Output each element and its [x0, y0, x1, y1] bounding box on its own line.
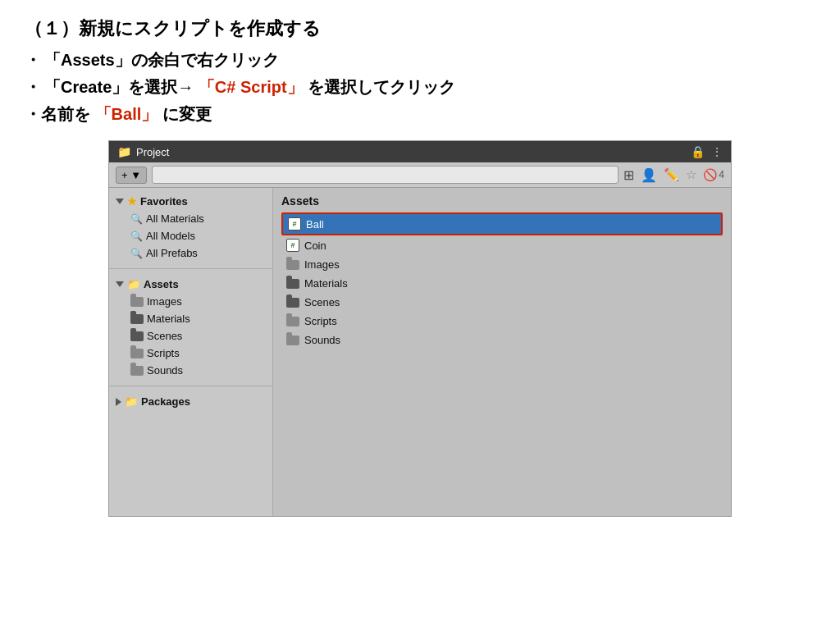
folder-icon-sounds — [286, 336, 299, 345]
folder-icon-scripts — [286, 317, 299, 326]
search-icon-materials: 🔍 — [130, 213, 143, 225]
sidebar-separator — [109, 268, 272, 269]
folder-icon: 📁 — [117, 145, 131, 158]
instructions-block: （１）新規にスクリプトを作成する ・ 「Assets」の余白で右クリック ・ 「… — [25, 16, 815, 126]
sidebar-materials-label: Materials — [147, 313, 190, 325]
edit-icon[interactable]: ✏️ — [664, 167, 679, 182]
file-scenes-label: Scenes — [304, 296, 340, 308]
main-content-area: Assets # Ball # Coin Images Materials — [273, 188, 731, 516]
panel-title: Project — [136, 146, 169, 158]
sidebar-item-all-prefabs[interactable]: 🔍 All Prefabs — [109, 244, 272, 262]
sidebar: ★ Favorites 🔍 All Materials 🔍 All Models… — [109, 188, 273, 516]
assets-folder-icon: 📁 — [127, 278, 140, 290]
eye-badge[interactable]: 🚫 4 — [703, 168, 724, 181]
file-sounds-label: Sounds — [304, 334, 340, 346]
packages-triangle — [116, 398, 121, 406]
search-icon-prefabs: 🔍 — [130, 248, 143, 259]
sidebar-assets-header[interactable]: 📁 Assets — [109, 276, 272, 293]
star-toolbar-icon[interactable]: ☆ — [686, 167, 696, 182]
cs-script-icon-coin: # — [286, 239, 299, 252]
file-item-images[interactable]: Images — [281, 255, 723, 274]
bullet-2: ・ 「Create」を選択→ 「C# Script」 を選択してクリック — [25, 76, 815, 98]
panel-toolbar: + ▼ ⊞ 👤 ✏️ ☆ 🚫 4 — [109, 162, 731, 188]
sidebar-all-models-label: All Models — [146, 230, 195, 242]
folder-closed-icon-images — [130, 297, 144, 307]
folder-dark-icon-materials — [130, 314, 144, 324]
sidebar-item-materials[interactable]: Materials — [109, 310, 272, 327]
file-item-scenes[interactable]: Scenes — [281, 293, 723, 312]
titlebar-left: 📁 Project — [117, 145, 169, 158]
cs-script-icon-ball: # — [288, 217, 301, 231]
panel-content: ★ Favorites 🔍 All Materials 🔍 All Models… — [109, 188, 731, 516]
bullet-1: ・ 「Assets」の余白で右クリック — [25, 49, 815, 71]
folder-closed-icon-scripts — [130, 349, 144, 358]
sidebar-images-label: Images — [147, 295, 182, 308]
file-ball-label: Ball — [306, 218, 324, 231]
main-header: Assets — [281, 194, 723, 208]
assets-label: Assets — [144, 278, 179, 290]
add-button[interactable]: + ▼ — [116, 167, 147, 184]
search-input[interactable] — [152, 166, 619, 184]
bullet-3: ・名前を 「Ball」 に変更 — [25, 103, 815, 126]
sidebar-packages-header[interactable]: 📁 Packages — [109, 393, 272, 410]
sidebar-item-sounds[interactable]: Sounds — [109, 362, 272, 379]
file-materials-label: Materials — [304, 277, 348, 290]
unity-project-panel: 📁 Project 🔒 ⋮ + ▼ ⊞ 👤 ✏️ ☆ 🚫 4 — [108, 140, 732, 517]
folder-icon-materials — [286, 279, 299, 289]
sidebar-item-scripts[interactable]: Scripts — [109, 345, 272, 362]
packages-label: Packages — [141, 395, 190, 408]
favorites-label: Favorites — [140, 195, 188, 208]
file-images-label: Images — [304, 258, 340, 271]
favorites-star-icon: ★ — [127, 195, 137, 208]
sidebar-scenes-label: Scenes — [147, 330, 182, 342]
file-scripts-label: Scripts — [304, 315, 337, 327]
folder-closed-icon-sounds — [130, 366, 144, 376]
packages-folder-icon: 📁 — [125, 395, 138, 408]
instruction-title: （１）新規にスクリプトを作成する — [25, 16, 815, 41]
sidebar-favorites-header[interactable]: ★ Favorites — [109, 193, 272, 210]
eye-count: 4 — [719, 169, 724, 180]
panel-titlebar: 📁 Project 🔒 ⋮ — [109, 141, 731, 162]
folder-dark-icon-scenes — [130, 331, 144, 341]
dots-icon[interactable]: ⋮ — [711, 145, 723, 158]
lock-icon[interactable]: 🔒 — [691, 145, 705, 158]
file-item-scripts[interactable]: Scripts — [281, 312, 723, 331]
sidebar-item-all-materials[interactable]: 🔍 All Materials — [109, 210, 272, 227]
add-button-label: + ▼ — [121, 169, 141, 181]
search-icon-models: 🔍 — [130, 231, 143, 242]
sidebar-item-all-models[interactable]: 🔍 All Models — [109, 227, 272, 244]
sidebar-all-materials-label: All Materials — [146, 212, 204, 225]
grid-icon[interactable]: ⊞ — [623, 167, 634, 183]
file-item-coin[interactable]: # Coin — [281, 235, 723, 255]
eye-icon: 🚫 — [703, 168, 717, 181]
sidebar-item-scenes[interactable]: Scenes — [109, 327, 272, 345]
sidebar-item-images[interactable]: Images — [109, 293, 272, 310]
assets-triangle — [116, 281, 124, 287]
sidebar-all-prefabs-label: All Prefabs — [146, 247, 198, 259]
folder-icon-images — [286, 260, 299, 270]
toolbar-right-icons: ⊞ 👤 ✏️ ☆ 🚫 4 — [623, 167, 724, 183]
user-icon[interactable]: 👤 — [641, 167, 657, 183]
file-item-ball[interactable]: # Ball — [281, 212, 723, 235]
sidebar-separator-2 — [109, 386, 272, 386]
folder-icon-scenes — [286, 298, 299, 308]
file-item-sounds[interactable]: Sounds — [281, 331, 723, 349]
sidebar-scripts-label: Scripts — [147, 347, 180, 359]
file-item-materials[interactable]: Materials — [281, 274, 723, 293]
sidebar-sounds-label: Sounds — [147, 364, 183, 377]
file-coin-label: Coin — [304, 240, 326, 252]
titlebar-icons: 🔒 ⋮ — [691, 145, 723, 158]
favorites-triangle — [116, 199, 124, 204]
